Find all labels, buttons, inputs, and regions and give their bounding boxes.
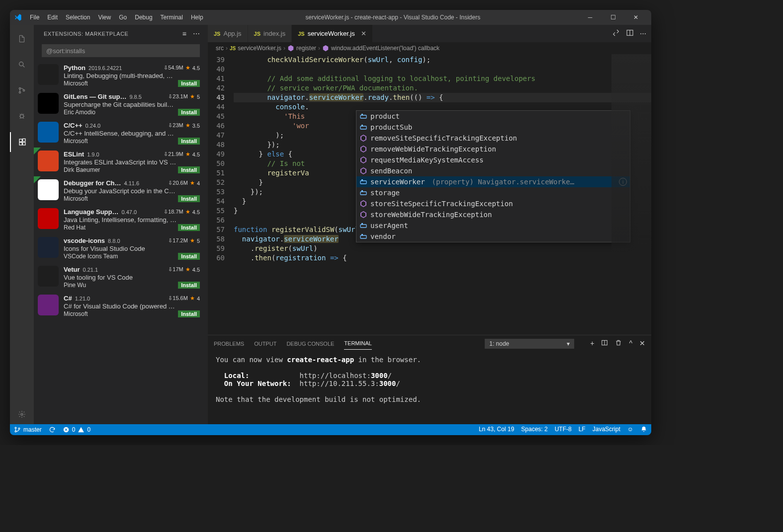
code-editor[interactable]: 3940414243444546474849505152535455565758…	[208, 54, 651, 335]
code-line[interactable]: // Add some additional logging to localh…	[234, 74, 651, 83]
install-button[interactable]: Install	[178, 253, 200, 260]
more-actions-icon[interactable]: ⋯	[640, 30, 646, 37]
breadcrumb-item[interactable]: src	[216, 45, 224, 52]
problems-status[interactable]: 0 0	[63, 426, 90, 433]
terminal-selector[interactable]: 1: node▾	[485, 339, 574, 349]
install-button[interactable]: Install	[178, 166, 200, 173]
extension-item[interactable]: Language Supp…0.47.0⇩18.7M ★ 4.5 Java Li…	[34, 205, 208, 234]
extensions-icon[interactable]	[10, 132, 34, 152]
suggest-item[interactable]: storage	[356, 187, 630, 198]
notifications-icon[interactable]	[640, 426, 647, 434]
code-line[interactable]: .register(swUrl)	[234, 244, 651, 253]
extension-icon	[38, 122, 59, 143]
extension-search-input[interactable]: @sort:installs	[42, 44, 200, 57]
menu-file[interactable]: File	[26, 12, 43, 23]
code-content[interactable]: checkValidServiceWorker(swUrl, config); …	[234, 54, 651, 335]
terminal-output[interactable]: You can now view create-react-app in the…	[208, 352, 651, 424]
install-button[interactable]: Install	[178, 80, 200, 87]
close-panel-icon[interactable]: ✕	[639, 339, 645, 348]
editor-tab[interactable]: JSApp.js	[208, 25, 248, 42]
panel-tab-output[interactable]: OUTPUT	[254, 338, 276, 350]
menu-selection[interactable]: Selection	[62, 12, 94, 23]
suggest-item[interactable]: storeSiteSpecificTrackingException	[356, 198, 630, 209]
eol-status[interactable]: LF	[579, 426, 586, 434]
svg-rect-6	[19, 143, 22, 145]
suggest-item[interactable]: serviceWorker(property) Navigator.servic…	[356, 176, 630, 187]
more-actions-icon[interactable]: ⋯	[193, 30, 200, 38]
split-terminal-icon[interactable]	[601, 339, 608, 348]
indentation-status[interactable]: Spaces: 2	[521, 426, 547, 434]
suggest-label: requestMediaKeySystemAccess	[370, 156, 484, 164]
minimap[interactable]	[611, 54, 651, 335]
close-button[interactable]: ✕	[624, 10, 647, 25]
suggest-item[interactable]: sendBeacon	[356, 165, 630, 176]
git-branch-status[interactable]: master	[14, 426, 42, 433]
code-line[interactable]: checkValidServiceWorker(swUrl, config);	[234, 55, 651, 65]
extension-item[interactable]: Python2019.6.24221⇩54.9M ★ 4.5 Linting, …	[34, 61, 208, 90]
menu-terminal[interactable]: Terminal	[157, 12, 187, 23]
menu-view[interactable]: View	[94, 12, 115, 23]
suggest-item[interactable]: product	[356, 111, 630, 122]
language-mode[interactable]: JavaScript	[593, 426, 620, 434]
install-button[interactable]: Install	[178, 138, 200, 145]
install-button[interactable]: Install	[178, 310, 200, 317]
extension-item[interactable]: GitLens — Git sup…9.8.5⇩23.1M ★ 5 Superc…	[34, 90, 208, 119]
suggest-item[interactable]: storeWebWideTrackingException	[356, 209, 630, 220]
kill-terminal-icon[interactable]	[615, 339, 622, 348]
extension-item[interactable]: ESLint1.9.0⇩21.9M ★ 4.5 Integrates ESLin…	[34, 148, 208, 176]
sync-status[interactable]	[49, 426, 56, 433]
extension-item[interactable]: Vetur0.21.1⇩17M ★ 4.5 Vue tooling for VS…	[34, 263, 208, 292]
extension-item[interactable]: vscode-icons8.8.0⇩17.2M ★ 5 Icons for Vi…	[34, 234, 208, 263]
suggest-item[interactable]: requestMediaKeySystemAccess	[356, 154, 630, 165]
install-button[interactable]: Install	[178, 195, 200, 202]
feedback-icon[interactable]: ☺	[627, 426, 633, 434]
new-terminal-icon[interactable]: +	[590, 339, 594, 348]
suggest-item[interactable]: userAgent	[356, 220, 630, 231]
extension-item[interactable]: Debugger for Ch…4.11.6⇩20.6M ★ 4 Debug y…	[34, 176, 208, 205]
suggest-item[interactable]: removeWebWideTrackingException	[356, 144, 630, 154]
editor-tab[interactable]: JSindex.js	[248, 25, 292, 42]
breadcrumb[interactable]: src› JS serviceWorker.js› register› wind…	[208, 42, 651, 54]
source-control-icon[interactable]	[10, 80, 34, 100]
menu-help[interactable]: Help	[187, 12, 207, 23]
suggest-item[interactable]: removeSiteSpecificTrackingException	[356, 133, 630, 144]
code-line[interactable]	[234, 65, 651, 74]
encoding-status[interactable]: UTF-8	[555, 426, 572, 434]
extension-item[interactable]: C#1.21.0⇩15.6M ★ 4 C# for Visual Studio …	[34, 292, 208, 320]
panel-tab-problems[interactable]: PROBLEMS	[214, 338, 244, 350]
install-button[interactable]: Install	[178, 282, 200, 289]
cursor-position[interactable]: Ln 43, Col 19	[479, 426, 514, 434]
breadcrumb-item[interactable]: window.addEventListener('load') callback	[331, 45, 439, 52]
compare-icon[interactable]	[612, 29, 620, 38]
close-tab-icon[interactable]: ✕	[361, 30, 366, 37]
install-button[interactable]: Install	[178, 224, 200, 231]
tab-label: serviceWorker.js	[308, 30, 355, 37]
maximize-panel-icon[interactable]: ^	[629, 339, 632, 348]
filter-icon[interactable]: ≡	[182, 30, 187, 38]
breadcrumb-item[interactable]: register	[296, 45, 316, 52]
intellisense-popup[interactable]: productproductSubremoveSiteSpecificTrack…	[356, 110, 630, 242]
suggest-item[interactable]: productSub	[356, 122, 630, 133]
menu-edit[interactable]: Edit	[43, 12, 62, 23]
code-line[interactable]: // service worker/PWA documentation.	[234, 83, 651, 93]
editor-tab[interactable]: JSserviceWorker.js✕	[292, 25, 373, 42]
panel-tab-debug-console[interactable]: DEBUG CONSOLE	[286, 338, 334, 350]
breadcrumb-item[interactable]: serviceWorker.js	[238, 45, 281, 52]
minimize-button[interactable]: ─	[579, 10, 602, 25]
suggest-item[interactable]: vendor	[356, 231, 630, 242]
split-editor-icon[interactable]	[626, 29, 634, 38]
install-button[interactable]: Install	[178, 109, 200, 116]
explorer-icon[interactable]	[10, 29, 34, 49]
code-line[interactable]: .then(registration => {	[234, 253, 651, 263]
debug-icon[interactable]	[10, 106, 34, 126]
extension-icon	[38, 64, 59, 85]
code-line[interactable]: navigator.serviceWorker.ready.then(() =>…	[234, 93, 651, 102]
settings-gear-icon[interactable]	[10, 404, 34, 424]
panel-tab-terminal[interactable]: TERMINAL	[344, 337, 372, 350]
maximize-button[interactable]: ☐	[602, 10, 624, 25]
extension-stats: ⇩54.9M ★ 4.5	[164, 65, 200, 71]
menu-go[interactable]: Go	[115, 12, 131, 23]
extension-item[interactable]: C/C++0.24.0⇩23M ★ 3.5 C/C++ IntelliSense…	[34, 119, 208, 148]
search-icon[interactable]	[10, 55, 34, 75]
menu-debug[interactable]: Debug	[131, 12, 156, 23]
